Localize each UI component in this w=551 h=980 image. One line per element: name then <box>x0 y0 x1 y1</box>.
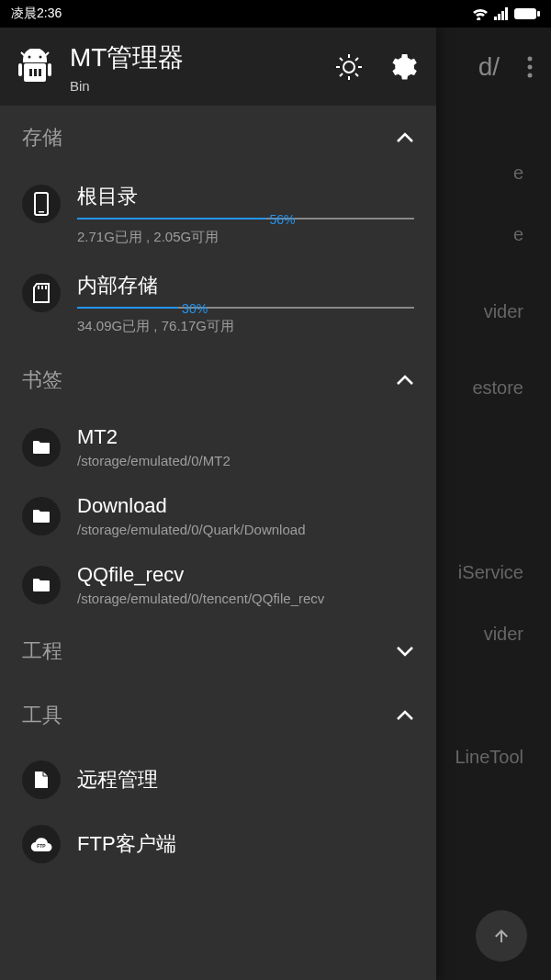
app-icon <box>18 49 51 85</box>
section-header-bookmarks[interactable]: 书签 <box>0 348 436 412</box>
tool-item-remote[interactable]: 远程管理 <box>0 748 436 812</box>
tool-title: FTP客户端 <box>77 830 414 858</box>
svg-rect-24 <box>38 286 39 289</box>
svg-line-21 <box>340 73 343 76</box>
svg-line-19 <box>355 73 358 76</box>
sdcard-icon <box>22 274 61 312</box>
svg-rect-25 <box>41 286 43 289</box>
tool-item-ftp[interactable]: FTP FTP客户端 <box>0 812 436 876</box>
phone-icon <box>22 185 61 223</box>
bookmark-path: /storage/emulated/0/tencent/QQfile_recv <box>77 591 414 606</box>
bookmark-path: /storage/emulated/0/Quark/Download <box>77 522 414 537</box>
section-label: 工具 <box>22 702 62 729</box>
app-title: MT管理器 <box>70 40 335 75</box>
svg-point-9 <box>39 55 42 58</box>
svg-point-8 <box>28 55 31 58</box>
svg-rect-12 <box>39 69 41 76</box>
current-path: d/ <box>478 52 500 82</box>
wifi-icon <box>472 7 489 20</box>
gear-icon[interactable] <box>390 53 418 81</box>
progress-bar: 56% <box>77 218 414 220</box>
bookmark-item[interactable]: MT2 /storage/emulated/0/MT2 <box>0 412 436 481</box>
storage-title: 内部存储 <box>77 272 414 299</box>
file-icon <box>22 760 61 799</box>
svg-rect-1 <box>537 11 540 17</box>
chevron-up-icon <box>396 375 414 386</box>
bookmark-title: Download <box>77 494 414 518</box>
svg-point-3 <box>528 64 533 69</box>
battery-icon <box>514 7 540 20</box>
svg-line-20 <box>355 58 358 61</box>
chevron-up-icon <box>396 710 414 721</box>
folder-icon <box>22 566 61 604</box>
chevron-up-icon <box>396 132 414 143</box>
section-header-storage[interactable]: 存储 <box>0 106 436 170</box>
cloud-ftp-icon: FTP <box>22 825 61 863</box>
section-label: 存储 <box>22 124 62 152</box>
svg-point-2 <box>528 56 533 61</box>
svg-text:FTP: FTP <box>37 843 46 849</box>
svg-point-4 <box>528 73 533 77</box>
svg-rect-23 <box>39 211 44 213</box>
svg-rect-7 <box>48 63 51 76</box>
tool-title: 远程管理 <box>77 766 414 794</box>
arrow-up-icon <box>490 925 512 947</box>
svg-rect-11 <box>34 69 37 76</box>
folder-icon <box>22 428 61 467</box>
svg-rect-26 <box>45 286 47 289</box>
storage-stats: 2.71G已用 , 2.05G可用 <box>77 229 414 246</box>
progress-percent: 30% <box>182 301 208 316</box>
status-time: 凌晨2:36 <box>11 6 62 22</box>
drawer-header: MT管理器 Bin <box>0 28 436 106</box>
bookmark-item[interactable]: QQfile_recv /storage/emulated/0/tencent/… <box>0 550 436 619</box>
storage-stats: 34.09G已用 , 76.17G可用 <box>77 318 414 335</box>
bookmark-path: /storage/emulated/0/MT2 <box>77 453 414 468</box>
storage-title: 根目录 <box>77 183 414 210</box>
progress-percent: 56% <box>270 212 296 227</box>
scroll-top-button[interactable] <box>476 910 527 962</box>
bookmark-item[interactable]: Download /storage/emulated/0/Quark/Downl… <box>0 481 436 550</box>
svg-rect-0 <box>514 8 536 19</box>
status-bar: 凌晨2:36 <box>0 0 551 28</box>
status-icons <box>472 7 540 20</box>
section-header-tools[interactable]: 工具 <box>0 683 436 748</box>
section-header-projects[interactable]: 工程 <box>0 619 436 683</box>
overflow-menu-icon[interactable] <box>527 56 533 78</box>
svg-rect-6 <box>18 63 22 76</box>
svg-point-13 <box>343 62 354 73</box>
brightness-icon[interactable] <box>335 53 363 81</box>
signal-icon <box>494 7 509 20</box>
progress-bar: 30% <box>77 307 414 309</box>
app-subtitle: Bin <box>70 78 335 94</box>
svg-line-18 <box>340 58 343 61</box>
svg-rect-10 <box>29 69 32 76</box>
section-label: 工程 <box>22 637 62 665</box>
chevron-down-icon <box>396 646 414 657</box>
section-label: 书签 <box>22 366 62 394</box>
folder-icon <box>22 497 61 535</box>
storage-item-internal[interactable]: 内部存储 30% 34.09G已用 , 76.17G可用 <box>0 259 436 348</box>
navigation-drawer: MT管理器 Bin 存储 根目录 56% 2.71G已用 , 2.05G可用 <box>0 28 436 980</box>
storage-item-root[interactable]: 根目录 56% 2.71G已用 , 2.05G可用 <box>0 170 436 259</box>
bookmark-title: QQfile_recv <box>77 563 414 587</box>
bookmark-title: MT2 <box>77 425 414 449</box>
